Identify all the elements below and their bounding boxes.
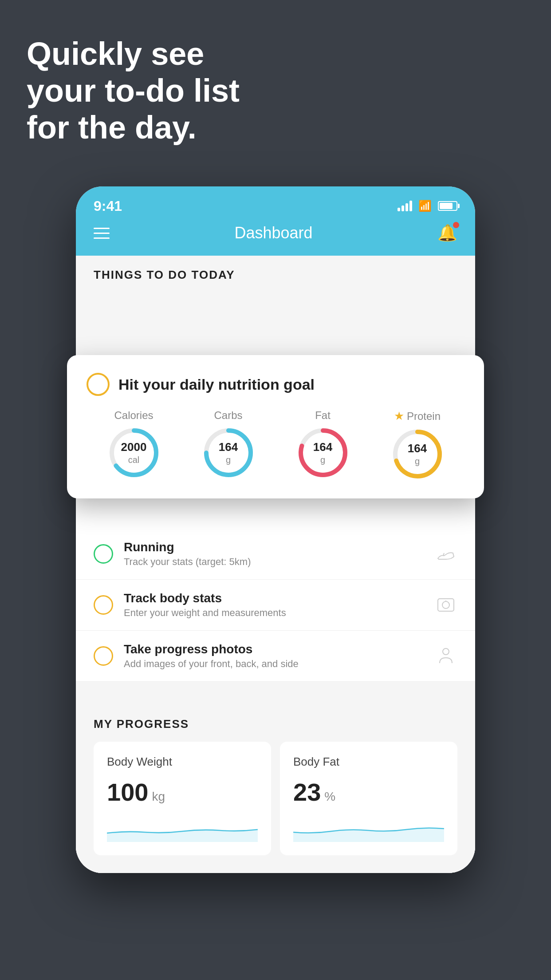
body-fat-unit: % bbox=[324, 790, 335, 804]
svg-point-1 bbox=[442, 601, 449, 609]
body-fat-label: Body Fat bbox=[293, 755, 444, 769]
todo-title-photos: Take progress photos bbox=[124, 642, 424, 656]
svg-point-3 bbox=[443, 648, 449, 655]
fat-ring: 164 g bbox=[296, 426, 350, 479]
todo-circle-photos bbox=[94, 646, 113, 666]
body-fat-value-row: 23 % bbox=[293, 778, 444, 806]
todo-subtitle-running: Track your stats (target: 5km) bbox=[124, 556, 424, 568]
nutrition-row: Calories 2000 cal Carbs bbox=[87, 409, 464, 481]
body-weight-card: Body Weight 100 kg bbox=[94, 742, 271, 855]
status-bar: 9:41 📶 bbox=[76, 186, 475, 217]
body-fat-card: Body Fat 23 % bbox=[280, 742, 457, 855]
protein-label: Protein bbox=[407, 410, 441, 423]
todo-item-photos[interactable]: Take progress photos Add images of your … bbox=[76, 631, 475, 682]
calories-value: 2000 cal bbox=[107, 426, 161, 479]
protein-item: ★ Protein 164 g bbox=[391, 409, 444, 481]
carbs-value: 164 g bbox=[202, 426, 255, 479]
signal-icon bbox=[398, 201, 412, 211]
fat-item: Fat 164 g bbox=[296, 409, 350, 479]
carbs-ring: 164 g bbox=[202, 426, 255, 479]
calories-item: Calories 2000 cal bbox=[107, 409, 161, 479]
person-icon bbox=[434, 644, 457, 668]
todo-text-photos: Take progress photos Add images of your … bbox=[124, 642, 424, 670]
notification-dot bbox=[453, 222, 459, 228]
fat-label: Fat bbox=[315, 409, 331, 422]
header-title: Dashboard bbox=[234, 224, 312, 242]
todo-title-body-stats: Track body stats bbox=[124, 591, 424, 605]
nutrition-card: Hit your daily nutrition goal Calories 2… bbox=[67, 355, 484, 498]
carbs-label: Carbs bbox=[214, 409, 242, 422]
carbs-item: Carbs 164 g bbox=[202, 409, 255, 479]
status-icons: 📶 bbox=[398, 200, 457, 212]
progress-cards: Body Weight 100 kg Bo bbox=[94, 742, 457, 855]
wifi-icon: 📶 bbox=[418, 200, 432, 212]
body-weight-chart bbox=[107, 815, 258, 842]
battery-icon bbox=[438, 201, 457, 211]
protein-ring: 164 g bbox=[391, 427, 444, 481]
calories-label: Calories bbox=[114, 409, 153, 422]
app-header: Dashboard 🔔 bbox=[76, 217, 475, 256]
todo-item-body-stats[interactable]: Track body stats Enter your weight and m… bbox=[76, 580, 475, 631]
todo-item-running[interactable]: Running Track your stats (target: 5km) bbox=[76, 529, 475, 580]
todo-circle-running bbox=[94, 544, 113, 564]
fat-value: 164 g bbox=[296, 426, 350, 479]
scale-icon bbox=[434, 593, 457, 616]
shoe-icon bbox=[434, 542, 457, 565]
todo-subtitle-photos: Add images of your front, back, and side bbox=[124, 658, 424, 670]
body-fat-chart bbox=[293, 815, 444, 842]
protein-value: 164 g bbox=[391, 427, 444, 481]
hamburger-menu[interactable] bbox=[94, 228, 110, 239]
body-weight-number: 100 bbox=[107, 778, 148, 806]
calories-ring: 2000 cal bbox=[107, 426, 161, 479]
todo-subtitle-body-stats: Enter your weight and measurements bbox=[124, 607, 424, 619]
things-to-do-title: THINGS TO DO TODAY bbox=[76, 256, 475, 289]
notification-bell[interactable]: 🔔 bbox=[437, 224, 457, 242]
todo-title-running: Running bbox=[124, 540, 424, 554]
nutrition-card-title: Hit your daily nutrition goal bbox=[118, 376, 315, 393]
progress-title: MY PROGRESS bbox=[94, 717, 457, 731]
nutrition-card-header: Hit your daily nutrition goal bbox=[87, 373, 464, 396]
todo-text-running: Running Track your stats (target: 5km) bbox=[124, 540, 424, 568]
body-weight-unit: kg bbox=[152, 790, 165, 804]
app-content: THINGS TO DO TODAY Running Track your st… bbox=[76, 256, 475, 873]
phone-mockup: 9:41 📶 Dashboard 🔔 THINGS TO DO TOD bbox=[76, 186, 475, 873]
todo-text-body-stats: Track body stats Enter your weight and m… bbox=[124, 591, 424, 619]
body-fat-number: 23 bbox=[293, 778, 321, 806]
hero-text: Quickly see your to-do list for the day. bbox=[27, 36, 240, 146]
status-time: 9:41 bbox=[94, 198, 122, 214]
progress-section: MY PROGRESS Body Weight 100 kg bbox=[76, 699, 475, 873]
body-weight-value-row: 100 kg bbox=[107, 778, 258, 806]
nutrition-circle-check bbox=[87, 373, 110, 396]
todo-circle-body-stats bbox=[94, 595, 113, 615]
protein-star-icon: ★ bbox=[394, 409, 404, 423]
body-weight-label: Body Weight bbox=[107, 755, 258, 769]
